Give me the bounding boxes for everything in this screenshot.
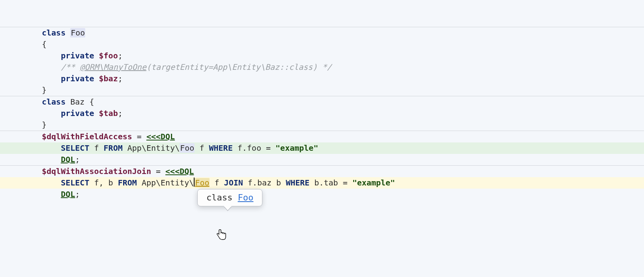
string-literal: "example" xyxy=(352,178,395,187)
annotation-orm-manytoone[interactable]: @ORM\ManyToOne xyxy=(80,62,146,72)
semicolon: ; xyxy=(75,155,80,164)
code-line-highlighted[interactable]: SELECT f FROM App\Entity\Foo f WHERE f.f… xyxy=(0,142,644,154)
sql-keyword-from: FROM xyxy=(104,143,123,153)
code-block-class-foo: class Foo { private $foo; /** @ORM\ManyT… xyxy=(0,27,644,96)
sql-keyword-select: SELECT xyxy=(61,178,89,187)
keyword-private: private xyxy=(61,51,94,60)
code-line-active[interactable]: SELECT f, b FROM App\Entity\Foo f JOIN f… xyxy=(0,177,644,189)
heredoc-close: DQL xyxy=(61,155,75,164)
variable-dql-association-join: $dqlWithAssociationJoin xyxy=(42,167,151,176)
tooltip-prefix: class xyxy=(206,193,238,202)
keyword-class: class xyxy=(42,97,66,107)
variable-baz: $baz xyxy=(99,74,118,83)
string-literal: "example" xyxy=(275,143,318,153)
sql-keyword-from: FROM xyxy=(118,178,137,187)
variable-foo: $foo xyxy=(99,51,118,60)
code-line[interactable]: private $tab; xyxy=(0,108,644,119)
code-line[interactable]: private $baz; xyxy=(0,73,644,84)
code-line[interactable]: class Foo xyxy=(0,27,644,39)
code-line[interactable]: class Baz { xyxy=(0,96,644,108)
brace-close: } xyxy=(42,85,47,95)
code-line[interactable]: /** @ORM\ManyToOne(targetEntity=App\Enti… xyxy=(0,62,644,73)
code-line[interactable]: } xyxy=(0,119,644,131)
keyword-class: class xyxy=(42,28,66,37)
entity-foo-ref-hover[interactable]: Foo xyxy=(195,178,210,187)
class-name-baz[interactable]: Baz xyxy=(70,97,84,107)
code-line[interactable]: } xyxy=(0,84,644,96)
keyword-private: private xyxy=(61,109,94,118)
code-block-dql-association-join: $dqlWithAssociationJoin = <<<DQL SELECT … xyxy=(0,166,644,200)
sql-keyword-where: WHERE xyxy=(209,143,232,153)
code-line[interactable]: $dqlWithAssociationJoin = <<<DQL xyxy=(0,166,644,177)
entity-foo-ref[interactable]: Foo xyxy=(180,143,195,153)
class-name-foo[interactable]: Foo xyxy=(70,28,85,37)
code-line[interactable]: private $foo; xyxy=(0,50,644,62)
heredoc-open: <<<DQL xyxy=(165,167,194,176)
doc-comment-args: (targetEntity=App\Entity\Baz::class) */ xyxy=(146,62,332,72)
quick-doc-tooltip[interactable]: class Foo xyxy=(197,189,262,206)
brace-open: { xyxy=(42,39,47,49)
code-block-dql-field-access: $dqlWithFieldAccess = <<<DQL SELECT f FR… xyxy=(0,131,644,166)
semicolon: ; xyxy=(118,109,123,118)
sql-keyword-join: JOIN xyxy=(224,178,243,187)
code-line[interactable]: $dqlWithFieldAccess = <<<DQL xyxy=(0,131,644,142)
code-line[interactable]: DQL; xyxy=(0,154,644,165)
code-line[interactable]: { xyxy=(0,39,644,50)
heredoc-close: DQL xyxy=(61,189,75,199)
semicolon: ; xyxy=(75,189,80,199)
sql-keyword-where: WHERE xyxy=(286,178,309,187)
sql-keyword-select: SELECT xyxy=(61,143,89,153)
code-line[interactable]: DQL; xyxy=(0,189,644,200)
link-cursor-icon xyxy=(216,229,227,244)
doc-comment-open: /** xyxy=(61,62,80,72)
keyword-private: private xyxy=(61,74,94,83)
tooltip-class-link[interactable]: Foo xyxy=(238,193,253,202)
brace-close: } xyxy=(42,120,47,129)
code-editor[interactable]: class Foo { private $foo; /** @ORM\ManyT… xyxy=(0,0,644,200)
code-block-class-baz: class Baz { private $tab; } xyxy=(0,96,644,131)
heredoc-open: <<<DQL xyxy=(146,132,175,141)
variable-tab: $tab xyxy=(99,109,118,118)
editor-top-padding xyxy=(0,0,644,27)
semicolon: ; xyxy=(118,74,123,83)
semicolon: ; xyxy=(118,51,123,60)
variable-dql-field-access: $dqlWithFieldAccess xyxy=(42,132,132,141)
brace-open: { xyxy=(84,97,94,107)
